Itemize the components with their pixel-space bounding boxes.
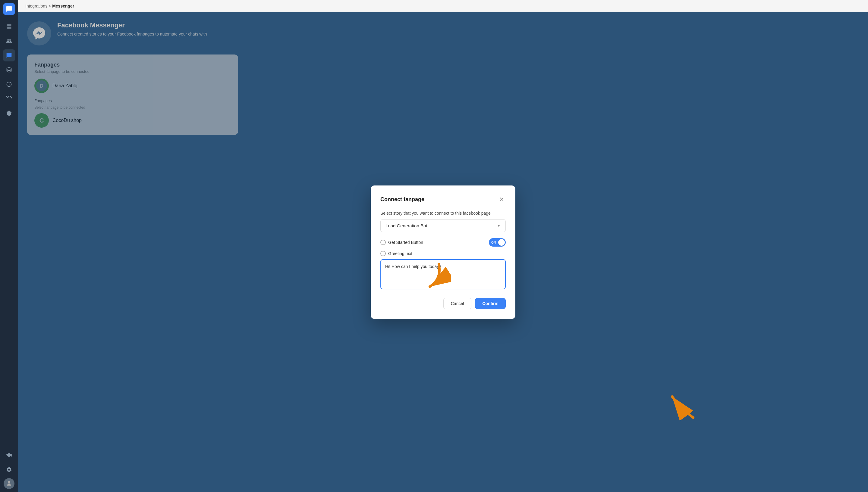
sidebar-item-chat[interactable]: [3, 49, 15, 62]
connect-fanpage-modal: Connect fanpage ✕ Select story that you …: [371, 186, 515, 319]
sidebar-item-learn[interactable]: [3, 449, 15, 461]
greeting-info-icon[interactable]: i: [380, 251, 386, 256]
sidebar-item-contacts[interactable]: [3, 35, 15, 47]
modal-close-button[interactable]: ✕: [497, 195, 506, 203]
get-started-label: Get Started Button: [388, 240, 423, 245]
sidebar: [0, 0, 18, 492]
confirm-button[interactable]: Confirm: [475, 298, 506, 309]
modal-select-label: Select story that you want to connect to…: [380, 211, 506, 216]
modal-header: Connect fanpage ✕: [380, 195, 506, 203]
toggle-knob: [498, 239, 505, 246]
greeting-textarea[interactable]: Hi! How can I help you today?: [380, 259, 506, 289]
sidebar-bottom: [3, 449, 15, 489]
page-header: Integrations > Messenger: [18, 0, 868, 13]
sidebar-item-clock[interactable]: [3, 78, 15, 90]
chevron-down-icon: ▼: [497, 224, 500, 228]
cancel-button[interactable]: Cancel: [443, 298, 472, 309]
sidebar-item-automation[interactable]: [3, 107, 15, 119]
sidebar-item-settings[interactable]: [3, 464, 15, 476]
story-dropdown[interactable]: Lead Generation Bot ▼: [380, 219, 506, 232]
modal-footer: Cancel Confirm: [380, 298, 506, 309]
sidebar-logo[interactable]: [3, 3, 15, 15]
modal-title: Connect fanpage: [380, 196, 424, 203]
greeting-label: Greeting text: [388, 251, 412, 256]
get-started-info-icon[interactable]: i: [380, 240, 386, 245]
get-started-toggle-row: i Get Started Button ON: [380, 238, 506, 247]
user-avatar[interactable]: [4, 478, 15, 489]
modal-overlay: Connect fanpage ✕ Select story that you …: [18, 13, 868, 492]
sidebar-item-dashboard[interactable]: [3, 21, 15, 32]
sidebar-item-analytics[interactable]: [3, 93, 15, 105]
breadcrumb-separator: >: [49, 4, 52, 8]
page-background: Facebook Messenger Connect created stori…: [18, 13, 868, 492]
main-content: Integrations > Messenger Facebook Messen…: [18, 0, 868, 492]
greeting-row: i Greeting text: [380, 251, 506, 256]
breadcrumb-integrations: Integrations: [25, 4, 47, 8]
get-started-label-group: i Get Started Button: [380, 240, 423, 245]
get-started-toggle[interactable]: ON: [489, 238, 506, 247]
dropdown-value: Lead Generation Bot: [385, 223, 427, 228]
arrow-confirm-indicator: [663, 391, 699, 421]
breadcrumb-messenger: Messenger: [52, 4, 74, 8]
sidebar-item-database[interactable]: [3, 64, 15, 76]
toggle-on-label: ON: [491, 241, 496, 244]
